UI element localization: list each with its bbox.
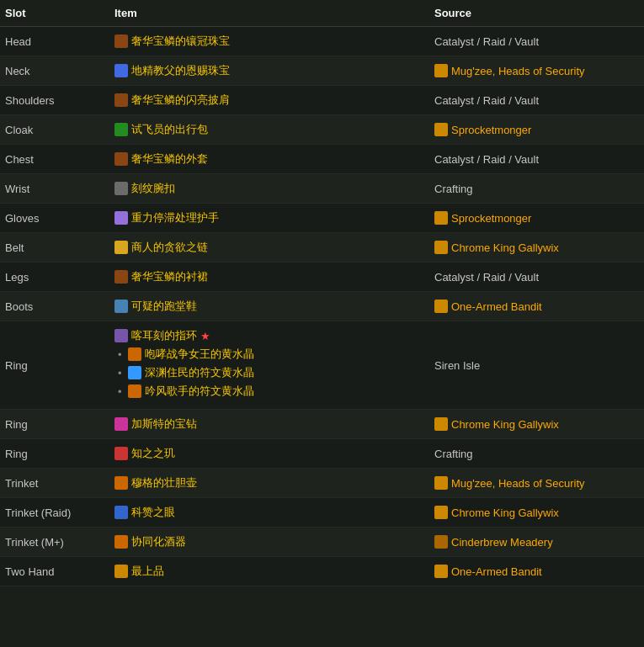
item-cell: 试飞员的出行包 xyxy=(109,115,429,145)
item-icon xyxy=(114,535,128,549)
item-name-link[interactable]: 知之之玑 xyxy=(131,446,175,461)
source-icon xyxy=(434,535,448,549)
table-row: Ring喀耳刻的指环 ★咆哮战争女王的黄水晶深渊住民的符文黄水晶吟风歌手的符文黄… xyxy=(0,321,644,410)
source-cell: Catalyst / Raid / Vault xyxy=(429,27,644,56)
slot-cell: Neck xyxy=(0,56,109,86)
source-name: Chrome King Gallywix xyxy=(451,241,559,254)
item-cell: 穆格的壮胆壶 xyxy=(109,469,429,498)
item-name-link[interactable]: 最上品 xyxy=(131,564,164,579)
source-cell: Chrome King Gallywix xyxy=(429,498,644,528)
list-item: 深渊住民的符文黄水晶 xyxy=(128,365,423,380)
item-name-link[interactable]: 地精教父的恩赐珠宝 xyxy=(131,63,230,78)
source-cell: Sprocketmonger xyxy=(429,115,644,145)
item-name-link[interactable]: 奢华宝鳞的衬裙 xyxy=(131,269,208,284)
source-cell: Cinderbrew Meadery xyxy=(429,528,644,557)
slot-cell: Legs xyxy=(0,263,109,292)
item-name-link[interactable]: 穆格的壮胆壶 xyxy=(131,475,197,491)
item-icon xyxy=(128,366,141,379)
item-icon xyxy=(114,34,128,48)
item-cell: 重力停滞处理护手 xyxy=(109,204,429,233)
item-name-link[interactable]: 协同化酒器 xyxy=(131,534,186,549)
source-name: Catalyst / Raid / Vault xyxy=(434,94,539,107)
item-cell: 地精教父的恩赐珠宝 xyxy=(109,56,429,86)
item-cell: 刻纹腕扣 xyxy=(109,174,429,204)
ring-main-item: 喀耳刻的指环 ★ xyxy=(114,328,423,343)
item-wrapper: 加斯特的宝钻 xyxy=(114,416,423,432)
item-name-link[interactable]: 试飞员的出行包 xyxy=(131,122,208,137)
source-cell: Chrome King Gallywix xyxy=(429,233,644,263)
source-wrapper: Sprocketmonger xyxy=(434,123,637,136)
slot-cell: Ring xyxy=(0,439,109,469)
source-icon xyxy=(434,64,448,77)
item-wrapper: 试飞员的出行包 xyxy=(114,122,423,137)
item-name-link[interactable]: 商人的贪欲之链 xyxy=(131,240,208,255)
source-wrapper: Mug'zee, Heads of Security xyxy=(434,476,637,490)
item-icon xyxy=(114,64,128,77)
table-row: Shoulders奢华宝鳞的闪亮披肩Catalyst / Raid / Vaul… xyxy=(0,86,644,115)
item-wrapper: 协同化酒器 xyxy=(114,534,423,549)
item-wrapper: 穆格的壮胆壶 xyxy=(114,475,423,491)
table-row: Chest奢华宝鳞的外套Catalyst / Raid / Vault xyxy=(0,145,644,174)
item-wrapper: 奢华宝鳞的衬裙 xyxy=(114,269,423,284)
source-cell: Crafting xyxy=(429,174,644,204)
source-name: Crafting xyxy=(434,448,473,460)
item-name-link[interactable]: 科赞之眼 xyxy=(131,505,175,520)
ring-bullet-list: 咆哮战争女王的黄水晶深渊住民的符文黄水晶吟风歌手的符文黄水晶 xyxy=(114,347,423,399)
source-wrapper: Sprocketmonger xyxy=(434,211,637,225)
table-row: Gloves重力停滞处理护手Sprocketmonger xyxy=(0,204,644,233)
slot-cell: Boots xyxy=(0,292,109,321)
source-wrapper: Chrome King Gallywix xyxy=(434,417,637,431)
item-icon xyxy=(114,476,128,490)
table-row: Trinket (M+)协同化酒器Cinderbrew Meadery xyxy=(0,528,644,557)
table-row: Head奢华宝鳞的镶冠珠宝Catalyst / Raid / Vault xyxy=(0,27,644,56)
source-wrapper: Chrome King Gallywix xyxy=(434,506,637,519)
item-name-link[interactable]: 奢华宝鳞的镶冠珠宝 xyxy=(131,34,230,49)
source-icon xyxy=(434,506,448,519)
item-wrapper: 刻纹腕扣 xyxy=(114,181,423,196)
item-name-link[interactable]: 刻纹腕扣 xyxy=(131,181,175,196)
table-row: Trinket (Raid)科赞之眼Chrome King Gallywix xyxy=(0,498,644,528)
item-name-link[interactable]: 咆哮战争女王的黄水晶 xyxy=(145,347,254,362)
item-wrapper: 最上品 xyxy=(114,564,423,579)
item-name-link[interactable]: 吟风歌手的符文黄水晶 xyxy=(145,384,254,399)
source-name: Sprocketmonger xyxy=(451,212,531,225)
source-cell: One-Armed Bandit xyxy=(429,557,644,586)
item-name-link[interactable]: 奢华宝鳞的闪亮披肩 xyxy=(131,93,230,108)
source-name: Cinderbrew Meadery xyxy=(451,536,553,549)
source-cell: Mug'zee, Heads of Security xyxy=(429,469,644,498)
gear-table: Slot Item Source Head奢华宝鳞的镶冠珠宝Catalyst /… xyxy=(0,0,644,586)
table-row: Belt商人的贪欲之链Chrome King Gallywix xyxy=(0,233,644,263)
item-cell: 奢华宝鳞的闪亮披肩 xyxy=(109,86,429,115)
slot-cell: Ring xyxy=(0,321,109,410)
slot-cell: Shoulders xyxy=(0,86,109,115)
table-row: Neck地精教父的恩赐珠宝Mug'zee, Heads of Security xyxy=(0,56,644,86)
item-wrapper: 奢华宝鳞的镶冠珠宝 xyxy=(114,34,423,49)
table-row: Two Hand最上品One-Armed Bandit xyxy=(0,557,644,586)
item-icon xyxy=(114,329,128,342)
source-icon xyxy=(434,476,448,490)
source-cell: Catalyst / Raid / Vault xyxy=(429,263,644,292)
item-name-link[interactable]: 加斯特的宝钻 xyxy=(131,416,197,432)
item-name-link[interactable]: 喀耳刻的指环 xyxy=(131,328,197,343)
item-icon xyxy=(114,417,128,431)
source-icon xyxy=(434,417,448,431)
source-icon xyxy=(434,300,448,313)
source-name: Crafting xyxy=(434,183,473,195)
item-wrapper: 科赞之眼 xyxy=(114,505,423,520)
item-name-link[interactable]: 深渊住民的符文黄水晶 xyxy=(145,365,254,380)
source-wrapper: Mug'zee, Heads of Security xyxy=(434,64,637,77)
source-cell: One-Armed Bandit xyxy=(429,292,644,321)
item-name-link[interactable]: 奢华宝鳞的外套 xyxy=(131,151,208,167)
source-icon xyxy=(434,241,448,254)
item-icon xyxy=(114,506,128,519)
source-wrapper: Cinderbrew Meadery xyxy=(434,535,637,549)
item-cell: 加斯特的宝钻 xyxy=(109,410,429,439)
item-icon xyxy=(114,211,128,225)
source-cell: Catalyst / Raid / Vault xyxy=(429,145,644,174)
slot-cell: Trinket (Raid) xyxy=(0,498,109,528)
item-name-link[interactable]: 可疑的跑堂鞋 xyxy=(131,299,197,314)
item-name-link[interactable]: 重力停滞处理护手 xyxy=(131,210,219,225)
slot-cell: Gloves xyxy=(0,204,109,233)
slot-cell: Cloak xyxy=(0,115,109,145)
item-icon xyxy=(114,447,128,460)
